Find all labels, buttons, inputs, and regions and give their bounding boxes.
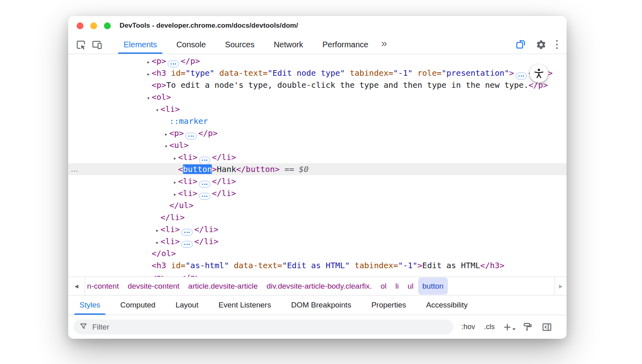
dom-node[interactable]: <h3 id="as-html" data-text="Edit as HTML… (68, 259, 567, 271)
dom-node[interactable]: ▸<p></p> (68, 55, 567, 67)
tab-layout[interactable]: Layout (165, 295, 208, 315)
disclosure-arrow-collapsed-icon[interactable]: ▸ (145, 56, 152, 68)
dom-node[interactable]: </ul> (68, 199, 567, 211)
breadcrumb-item-article-devsite-article[interactable]: article.devsite-article (184, 277, 262, 295)
new-style-rule-button[interactable]: + (504, 323, 514, 331)
collapsed-content-icon[interactable] (181, 241, 193, 248)
breadcrumb-item-ul[interactable]: ul (403, 277, 418, 295)
dom-node[interactable]: ▸<p></p> (68, 127, 567, 139)
minimize-button[interactable] (90, 22, 97, 29)
breadcrumb-item-ol[interactable]: ol (376, 277, 391, 295)
dom-node-selected[interactable]: …<button>Hank</button> == $0 (68, 163, 567, 175)
token-val: "presentation" (442, 68, 510, 78)
disclosure-arrow-collapsed-icon[interactable]: ▸ (145, 273, 152, 277)
kebab-menu-icon[interactable] (556, 39, 558, 50)
disclosure-arrow-expanded-icon[interactable]: ▾ (145, 92, 152, 104)
traffic-lights (68, 22, 111, 29)
token-tag: <li> (160, 237, 180, 246)
collapsed-content-icon[interactable] (168, 61, 179, 67)
tab-event-listeners[interactable]: Event Listeners (208, 295, 281, 315)
toggle-screencast-icon[interactable] (515, 39, 526, 50)
breadcrumb-scroll-right-icon[interactable]: ▶ (555, 277, 567, 295)
dom-node[interactable]: ::marker (68, 115, 567, 127)
collapsed-content-icon[interactable] (199, 181, 210, 188)
tab-styles[interactable]: Styles (69, 295, 110, 315)
breadcrumb-item-n-content[interactable]: n-content (86, 277, 123, 295)
device-toolbar-icon[interactable] (90, 38, 104, 51)
zoom-button[interactable] (104, 22, 111, 29)
pseudo-state-toggle[interactable]: :hov (461, 323, 475, 331)
dom-node[interactable]: </ol> (68, 247, 567, 259)
dom-node[interactable]: ▾<ul> (68, 139, 567, 151)
token-tag: </li> (212, 176, 236, 186)
node-menu-icon[interactable]: … (71, 163, 79, 175)
token-tag: </p> (198, 128, 217, 138)
tab-dom-breakpoints[interactable]: DOM Breakpoints (281, 295, 361, 315)
filter-placeholder: Filter (92, 323, 109, 332)
dom-node[interactable]: ▸<li></li> (68, 235, 567, 247)
token-tag: </li> (194, 237, 218, 246)
collapsed-content-icon[interactable] (199, 157, 210, 164)
tab-performance[interactable]: Performance (313, 35, 378, 54)
breadcrumb-item-div-devsite-article-body-clearfix[interactable]: div.devsite-article-body.clearfix. (262, 277, 376, 295)
disclosure-arrow-collapsed-icon[interactable]: ▸ (172, 152, 178, 164)
disclosure-arrow-expanded-icon[interactable]: ▾ (163, 140, 169, 152)
dom-node[interactable]: ▸<p></p> (68, 271, 567, 277)
token-tag: <h3 (152, 261, 166, 270)
token-tag: <li> (178, 188, 197, 198)
element-classes-toggle[interactable]: .cls (484, 323, 495, 331)
breadcrumb-item-button[interactable]: button (418, 277, 448, 295)
tab-network[interactable]: Network (264, 35, 313, 54)
settings-gear-icon[interactable] (536, 39, 547, 50)
breadcrumb-scroll-left-icon[interactable]: ◀ (68, 277, 85, 295)
inspect-icon[interactable] (74, 38, 87, 51)
dom-node[interactable]: ▸<li></li> (68, 175, 567, 187)
disclosure-arrow-collapsed-icon[interactable]: ▸ (163, 128, 169, 140)
dom-node[interactable]: ▾<ol> (68, 91, 567, 103)
dom-node[interactable]: ▸<li></li> (68, 187, 567, 199)
token-tag: < (178, 164, 183, 174)
tab-console[interactable]: Console (167, 35, 215, 54)
token-val: "Edit node type" (268, 68, 345, 78)
token-text: To edit a node's type, double-click the … (166, 80, 528, 90)
breadcrumb-item-li[interactable]: li (391, 277, 403, 295)
more-tabs-icon[interactable]: » (378, 37, 390, 50)
sidebar-toggle-icon[interactable] (542, 322, 552, 332)
token-tag: </ol> (152, 249, 176, 258)
breadcrumb-item-devsite-content[interactable]: devsite-content (123, 277, 184, 295)
disclosure-arrow-collapsed-icon[interactable]: ▸ (145, 68, 152, 80)
dom-node[interactable]: <p>To edit a node's type, double-click t… (68, 79, 567, 91)
token-attr: data-text= (229, 261, 282, 270)
dom-node[interactable]: ▸<li></li> (68, 223, 567, 235)
tab-properties[interactable]: Properties (361, 295, 416, 315)
dom-node[interactable]: ▾<li> (68, 103, 567, 115)
disclosure-arrow-expanded-icon[interactable]: ▾ (154, 104, 160, 116)
token-val: "type" (185, 68, 214, 78)
dom-node[interactable]: ▸<h3 id="type" data-text="Edit node type… (68, 67, 567, 79)
disclosure-arrow-collapsed-icon[interactable]: ▸ (154, 237, 160, 249)
disclosure-arrow-collapsed-icon[interactable]: ▸ (172, 176, 178, 188)
tab-elements[interactable]: Elements (114, 35, 167, 54)
token-attr: data-text= (215, 68, 268, 78)
close-button[interactable] (77, 22, 83, 29)
token-selword: button (183, 164, 212, 174)
tab-computed[interactable]: Computed (110, 295, 166, 315)
collapsed-content-icon[interactable] (185, 133, 197, 140)
devtools-toolbar: ElementsConsoleSourcesNetworkPerformance… (68, 35, 567, 54)
styles-filter-input[interactable]: Filter (73, 320, 453, 334)
collapsed-content-icon[interactable] (516, 73, 527, 79)
collapsed-content-icon[interactable] (181, 229, 193, 236)
token-val: "-1" (393, 68, 412, 78)
token-text: Edit as HTML (422, 261, 480, 270)
collapsed-content-icon[interactable] (199, 193, 210, 200)
accessibility-icon[interactable] (530, 64, 548, 83)
tab-accessibility[interactable]: Accessibility (416, 295, 477, 315)
disclosure-arrow-collapsed-icon[interactable]: ▸ (172, 188, 178, 200)
token-tag: <p> (152, 56, 166, 66)
disclosure-arrow-collapsed-icon[interactable]: ▸ (154, 224, 160, 237)
paint-roller-icon[interactable] (522, 322, 533, 332)
titlebar: DevTools - developer.chrome.com/docs/dev… (68, 16, 567, 35)
dom-node[interactable]: ▸<li></li> (68, 151, 567, 163)
dom-node[interactable]: </li> (68, 211, 567, 223)
tab-sources[interactable]: Sources (215, 35, 264, 54)
